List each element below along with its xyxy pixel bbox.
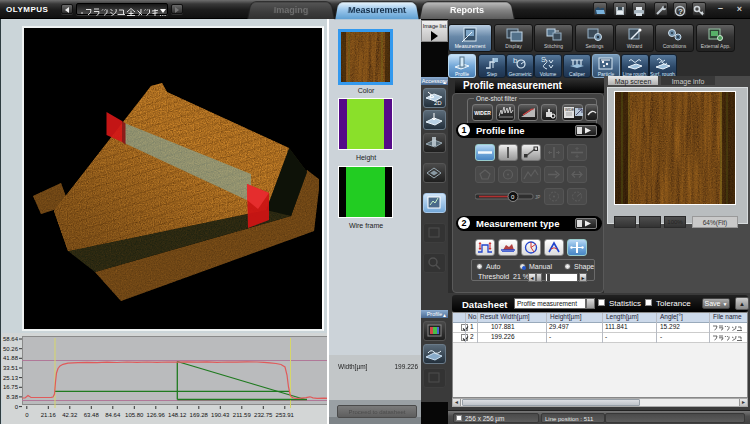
svg-text:105.80: 105.80 [125,412,144,418]
svg-text:2D: 2D [434,100,442,106]
svg-text:42.32: 42.32 [62,412,78,418]
svg-text:41.88: 41.88 [3,355,19,361]
svg-text:148.12: 148.12 [168,412,187,418]
svg-text:21.16: 21.16 [41,412,57,418]
svg-text:50.26: 50.26 [3,346,19,352]
svg-text:0: 0 [15,404,19,410]
svg-text:211.59: 211.59 [233,412,252,418]
svg-text:8.38: 8.38 [6,394,18,400]
svg-text:JP: JP [535,195,540,200]
svg-text:25.13: 25.13 [3,375,19,381]
svg-text:0: 0 [25,412,29,418]
svg-text:16.75: 16.75 [3,384,19,390]
svg-text:58.64: 58.64 [3,336,19,342]
svg-text:63.48: 63.48 [84,412,100,418]
svg-text:232.75: 232.75 [254,412,273,418]
svg-text:169.28: 169.28 [190,412,209,418]
svg-text:?: ? [678,7,683,16]
svg-text:190.43: 190.43 [211,412,230,418]
svg-text:126.96: 126.96 [147,412,166,418]
svg-text:84.64: 84.64 [105,412,121,418]
svg-text:253.91: 253.91 [276,412,295,418]
svg-text:33.51: 33.51 [3,365,19,371]
